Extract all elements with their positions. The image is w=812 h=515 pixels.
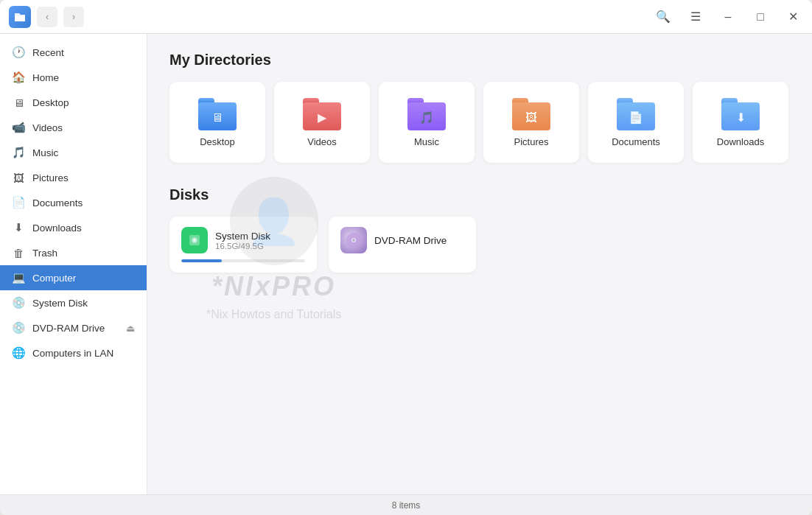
folder-body: 🖥 xyxy=(198,102,237,130)
status-text: 8 items xyxy=(392,500,421,511)
sidebar-label-dvd-ram: DVD-RAM Drive xyxy=(32,323,119,334)
dir-card-documents[interactable]: 📄 Documents xyxy=(588,82,684,163)
disk-progress-bar-system-disk xyxy=(181,259,305,262)
folder-body: 🎵 xyxy=(407,102,446,130)
titlebar-right: 🔍 ☰ – □ ✕ xyxy=(653,7,803,27)
sidebar-item-dvd-ram[interactable]: 💿 DVD-RAM Drive ⏏ xyxy=(0,315,147,340)
folder-body: ⬇ xyxy=(721,102,760,130)
disk-header-system-disk: System Disk 16.5G/49.5G xyxy=(181,227,305,253)
dir-icon-documents: 📄 xyxy=(617,98,655,130)
directories-title: My Directories xyxy=(169,52,790,69)
sidebar-item-lan[interactable]: 🌐 Computers in LAN xyxy=(0,340,147,365)
disk-name-dvd-ram: DVD-RAM Drive xyxy=(374,235,447,246)
sidebar-label-recent: Recent xyxy=(32,47,135,58)
dir-label-pictures: Pictures xyxy=(514,136,549,147)
disk-icon-system-disk xyxy=(181,227,208,253)
sidebar-item-music[interactable]: 🎵 Music xyxy=(0,140,147,165)
sidebar-label-videos: Videos xyxy=(32,122,135,133)
dir-label-desktop: Desktop xyxy=(200,136,235,147)
sidebar-item-computer[interactable]: 💻 Computer xyxy=(0,265,147,290)
disk-name-system-disk: System Disk xyxy=(215,231,270,242)
sidebar-label-system-disk: System Disk xyxy=(32,298,135,309)
directories-grid: 🖥 Desktop ▶ Videos 🎵 Music xyxy=(169,82,790,163)
menu-button[interactable]: ☰ xyxy=(685,7,706,27)
sidebar-item-desktop[interactable]: 🖥 Desktop xyxy=(0,90,147,115)
home-icon: 🏠 xyxy=(12,71,25,84)
disk-info-system-disk: System Disk 16.5G/49.5G xyxy=(215,231,270,251)
trash-icon: 🗑 xyxy=(12,246,25,259)
content-area: My Directories 🖥 Desktop ▶ Videos xyxy=(147,34,812,494)
dir-card-pictures[interactable]: 🖼 Pictures xyxy=(483,82,579,163)
disk-header-dvd-ram: DVD-RAM Drive xyxy=(340,227,464,253)
sidebar-label-downloads: Downloads xyxy=(32,223,135,234)
dir-card-videos[interactable]: ▶ Videos xyxy=(274,82,370,163)
sidebar-label-pictures: Pictures xyxy=(32,172,135,183)
dir-icon-pictures: 🖼 xyxy=(512,98,550,130)
maximize-button[interactable]: □ xyxy=(750,7,771,27)
folder-emblem-music: 🎵 xyxy=(419,111,434,125)
downloads-icon: ⬇ xyxy=(12,221,25,234)
folder-emblem-documents: 📄 xyxy=(629,111,643,125)
computer-icon: 💻 xyxy=(12,271,25,284)
sidebar-label-trash: Trash xyxy=(32,248,135,259)
dvd-ram-icon: 💿 xyxy=(12,321,25,334)
disk-size-system-disk: 16.5G/49.5G xyxy=(215,242,270,251)
sidebar-label-home: Home xyxy=(32,72,135,83)
eject-icon-dvd-ram[interactable]: ⏏ xyxy=(126,323,135,334)
folder-body: 🖼 xyxy=(512,102,550,130)
sidebar-label-desktop: Desktop xyxy=(32,97,135,108)
sidebar-label-documents: Documents xyxy=(32,197,135,209)
folder-emblem-downloads: ⬇ xyxy=(736,111,746,125)
dir-card-desktop[interactable]: 🖥 Desktop xyxy=(169,82,265,163)
dir-label-documents: Documents xyxy=(612,136,660,147)
videos-icon: 📹 xyxy=(12,121,25,134)
back-button[interactable]: ‹ xyxy=(37,7,57,27)
sidebar-item-trash[interactable]: 🗑 Trash xyxy=(0,240,147,265)
folder-emblem-videos: ▶ xyxy=(318,111,326,125)
close-button[interactable]: ✕ xyxy=(783,7,803,27)
content-inner: My Directories 🖥 Desktop ▶ Videos xyxy=(147,34,812,494)
sidebar-label-computer: Computer xyxy=(32,273,135,284)
disk-card-system-disk[interactable]: System Disk 16.5G/49.5G xyxy=(169,217,317,273)
search-button[interactable]: 🔍 xyxy=(653,7,673,27)
minimize-button[interactable]: – xyxy=(718,7,738,27)
system-disk-icon: 💿 xyxy=(12,296,25,309)
statusbar: 8 items xyxy=(0,494,812,515)
folder-body: 📄 xyxy=(617,102,655,130)
documents-icon: 📄 xyxy=(12,196,25,209)
dir-card-downloads[interactable]: ⬇ Downloads xyxy=(693,82,788,163)
sidebar-item-system-disk[interactable]: 💿 System Disk xyxy=(0,290,147,315)
dir-icon-videos: ▶ xyxy=(303,98,341,130)
sidebar-label-lan: Computers in LAN xyxy=(32,348,135,359)
main-layout: 🕐 Recent 🏠 Home 🖥 Desktop 📹 Videos 🎵 Mus… xyxy=(0,34,812,494)
desktop-icon: 🖥 xyxy=(12,96,25,109)
dir-label-downloads: Downloads xyxy=(717,136,764,147)
disk-info-dvd-ram: DVD-RAM Drive xyxy=(374,235,447,246)
sidebar-item-pictures[interactable]: 🖼 Pictures xyxy=(0,165,147,190)
pictures-icon: 🖼 xyxy=(12,171,25,184)
file-manager-window: ‹ › 🔍 ☰ – □ ✕ 🕐 Recent 🏠 Home 🖥 Desktop … xyxy=(0,0,812,515)
disks-title: Disks xyxy=(169,186,790,203)
app-icon xyxy=(9,6,31,28)
disks-grid: System Disk 16.5G/49.5G DVD- xyxy=(169,217,790,273)
disk-icon-dvd-ram xyxy=(340,227,367,253)
forward-button[interactable]: › xyxy=(63,7,84,27)
disk-card-dvd-ram[interactable]: DVD-RAM Drive xyxy=(329,217,476,273)
dir-label-music: Music xyxy=(414,136,439,147)
lan-icon: 🌐 xyxy=(12,346,25,360)
sidebar-item-videos[interactable]: 📹 Videos xyxy=(0,115,147,140)
dir-icon-music: 🎵 xyxy=(407,98,446,130)
sidebar-item-home[interactable]: 🏠 Home xyxy=(0,65,147,90)
dir-icon-desktop: 🖥 xyxy=(198,98,237,130)
dir-card-music[interactable]: 🎵 Music xyxy=(379,82,475,163)
folder-body: ▶ xyxy=(303,102,341,130)
dir-icon-downloads: ⬇ xyxy=(721,98,760,130)
sidebar-item-downloads[interactable]: ⬇ Downloads xyxy=(0,215,147,240)
recent-icon: 🕐 xyxy=(12,46,25,59)
dir-label-videos: Videos xyxy=(307,136,337,147)
svg-point-0 xyxy=(194,239,196,242)
music-icon: 🎵 xyxy=(12,146,25,159)
sidebar-item-documents[interactable]: 📄 Documents xyxy=(0,190,147,215)
sidebar-item-recent[interactable]: 🕐 Recent xyxy=(0,40,147,65)
sidebar-label-music: Music xyxy=(32,147,135,158)
